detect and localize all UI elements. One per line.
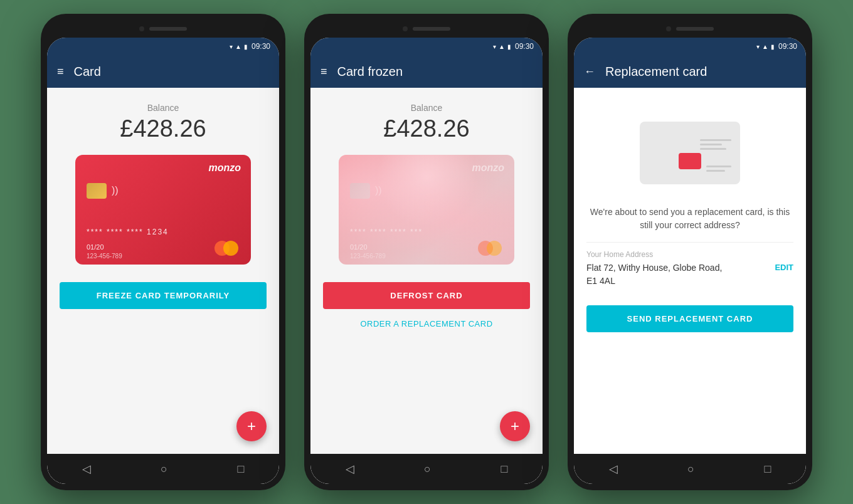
wifi-icon: ▾: [230, 43, 233, 50]
camera: [139, 26, 144, 31]
card-line-4: [706, 165, 731, 167]
card-nfc-icon: )): [112, 185, 119, 196]
replacement-card-illustration: [633, 115, 746, 191]
battery-icon: ▮: [244, 43, 248, 50]
speaker: [149, 27, 187, 31]
address-label: Your Home Address: [586, 250, 793, 259]
card-visual-1: monzo )) **** **** **** 1234 01/20 123-4…: [75, 155, 251, 265]
app-title-3: Replacement card: [605, 65, 707, 79]
card-visual-2: monzo )) **** **** **** *** 01/20 123-45…: [339, 155, 514, 265]
content-1: Balance £428.26 monzo )) **** **** **** …: [47, 88, 279, 454]
replacement-message: We're about to send you a replacement ca…: [586, 206, 793, 232]
balance-label-2: Balance: [411, 103, 443, 113]
app-bar-2: ≡ Card frozen: [310, 55, 543, 88]
status-bar-2: ▾ ▲ ▮ 09:30: [310, 38, 543, 55]
card-lines-bottom: [706, 165, 731, 172]
address-line-2: E1 4AL: [586, 275, 722, 288]
camera-3: [666, 26, 671, 31]
mastercard-logo-2: [478, 241, 504, 256]
hamburger-menu-icon-2[interactable]: ≡: [321, 65, 327, 78]
phone-2: ▾ ▲ ▮ 09:30 ≡ Card frozen Balance £428.2…: [304, 14, 549, 490]
recent-nav-3[interactable]: □: [764, 463, 771, 476]
status-icons-3: ▾ ▲ ▮: [756, 43, 775, 50]
time-1: 09:30: [252, 42, 270, 51]
card-line-3: [700, 148, 726, 150]
replacement-card-chip: [679, 153, 701, 169]
card-chip-1: [87, 183, 107, 199]
card-expiry-2: 01/20: [350, 243, 368, 251]
battery-icon-3: ▮: [771, 43, 775, 50]
nav-bar-3: ◁ ○ □: [574, 454, 806, 484]
balance-amount-2: £428.26: [383, 115, 469, 142]
balance-amount-1: £428.26: [120, 115, 206, 142]
card-account-1: 123-456-789: [87, 253, 122, 260]
order-replacement-link[interactable]: ORDER A REPLACEMENT CARD: [360, 319, 492, 328]
card-expiry-1: 01/20: [87, 243, 104, 251]
card-nfc-icon-2: )): [375, 185, 382, 196]
home-nav-1[interactable]: ○: [161, 463, 167, 476]
home-nav-2[interactable]: ○: [424, 463, 431, 476]
freeze-card-button[interactable]: FREEZE CARD TEMPORARILY: [60, 282, 267, 309]
camera-2: [403, 26, 408, 31]
back-nav-2[interactable]: ◁: [346, 462, 354, 476]
wifi-icon-3: ▾: [756, 43, 760, 50]
card-brand-1: monzo: [208, 162, 241, 174]
card-line-5: [706, 170, 725, 172]
balance-label-1: Balance: [147, 103, 179, 113]
mastercard-logo-1: [215, 241, 241, 256]
status-icons-1: ▾ ▲ ▮: [230, 43, 248, 50]
app-bar-1: ≡ Card: [47, 55, 279, 88]
phone-1: ▾ ▲ ▮ 09:30 ≡ Card Balance £428.26 monzo…: [41, 14, 285, 490]
mastercard-right-circle: [223, 241, 238, 256]
phone-3: ▾ ▲ ▮ 09:30 ← Replacement card: [568, 14, 812, 490]
card-line-2: [700, 144, 722, 145]
app-title-1: Card: [74, 65, 101, 79]
battery-icon-2: ▮: [507, 43, 511, 50]
speaker-3: [676, 27, 714, 31]
hamburger-menu-icon-1[interactable]: ≡: [57, 65, 64, 78]
address-line-1: Flat 72, Withy House, Globe Road,: [586, 261, 722, 275]
signal-icon: ▲: [235, 43, 241, 50]
defrost-card-button[interactable]: DEFROST CARD: [323, 282, 530, 309]
card-chip-2: [350, 183, 370, 199]
address-text-block: Flat 72, Withy House, Globe Road, E1 4AL: [586, 261, 722, 288]
fab-2[interactable]: +: [500, 411, 530, 441]
address-row: Flat 72, Withy House, Globe Road, E1 4AL…: [586, 261, 793, 288]
edit-address-link[interactable]: EDIT: [775, 263, 793, 272]
card-lines-top: [700, 139, 731, 150]
recent-nav-1[interactable]: □: [237, 463, 244, 476]
send-replacement-button[interactable]: SEND REPLACEMENT CARD: [586, 305, 793, 332]
time-3: 09:30: [778, 42, 797, 51]
address-section: Your Home Address Flat 72, Withy House, …: [586, 242, 793, 295]
app-title-2: Card frozen: [337, 65, 403, 79]
replacement-card-bg: [640, 122, 740, 184]
back-nav-3[interactable]: ◁: [609, 462, 618, 476]
nav-bar-2: ◁ ○ □: [310, 454, 543, 484]
card-number-2: **** **** **** ***: [350, 228, 423, 236]
content-3: We're about to send you a replacement ca…: [574, 88, 806, 454]
content-2: Balance £428.26 monzo )) **** **** **** …: [310, 88, 543, 454]
status-bar-3: ▾ ▲ ▮ 09:30: [574, 38, 806, 55]
card-account-2: 123-456-789: [350, 253, 386, 260]
card-number-1: **** **** **** 1234: [87, 228, 169, 236]
mastercard-right-circle-2: [487, 241, 502, 256]
app-bar-3: ← Replacement card: [574, 55, 806, 88]
status-bar-1: ▾ ▲ ▮ 09:30: [47, 38, 279, 55]
recent-nav-2[interactable]: □: [501, 463, 507, 476]
nav-bar-1: ◁ ○ □: [47, 454, 279, 484]
card-line-1: [700, 139, 731, 141]
wifi-icon-2: ▾: [493, 43, 496, 50]
card-brand-2: monzo: [472, 162, 504, 174]
time-2: 09:30: [515, 42, 534, 51]
fab-1[interactable]: +: [236, 411, 267, 441]
back-icon-3[interactable]: ←: [584, 65, 595, 78]
signal-icon-3: ▲: [762, 43, 768, 50]
status-icons-2: ▾ ▲ ▮: [493, 43, 511, 50]
back-nav-1[interactable]: ◁: [82, 462, 91, 476]
speaker-2: [413, 27, 450, 31]
signal-icon-2: ▲: [499, 43, 505, 50]
home-nav-3[interactable]: ○: [687, 463, 694, 476]
